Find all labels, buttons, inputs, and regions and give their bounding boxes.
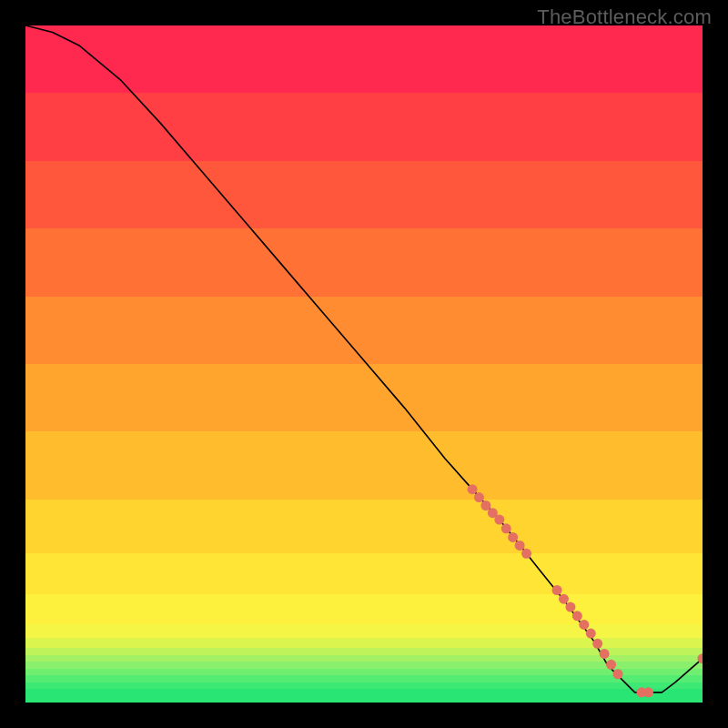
gradient-background <box>25 25 703 703</box>
marker-dot <box>474 492 484 502</box>
marker-dot <box>643 687 653 697</box>
marker-dot <box>468 484 478 494</box>
chart-stage: TheBottleneck.com <box>0 0 728 728</box>
marker-dot <box>613 669 623 679</box>
marker-dot <box>508 532 518 542</box>
marker-dot <box>579 620 589 630</box>
marker-dot <box>592 639 602 649</box>
marker-dot <box>565 602 575 612</box>
marker-dot <box>501 523 511 533</box>
marker-dot <box>515 541 525 551</box>
marker-dot <box>606 660 616 670</box>
marker-dot <box>480 500 490 511</box>
marker-dot <box>600 649 610 659</box>
marker-dot <box>559 594 569 604</box>
marker-dot <box>494 515 504 525</box>
marker-dot <box>552 585 562 595</box>
watermark-text: TheBottleneck.com <box>537 5 712 29</box>
marker-dot <box>586 629 596 639</box>
marker-dot <box>521 549 531 559</box>
plot-area <box>25 25 703 703</box>
marker-dot <box>572 611 582 621</box>
chart-svg <box>25 25 703 703</box>
